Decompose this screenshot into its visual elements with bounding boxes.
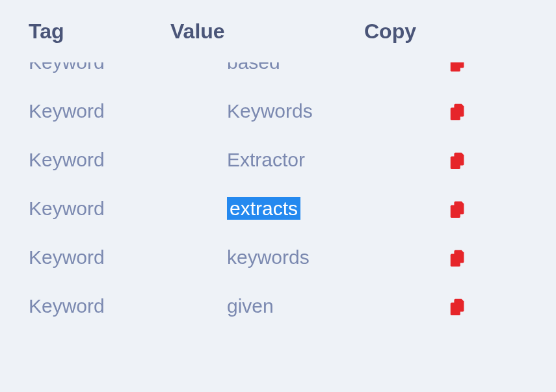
cell-tag: Keyword [29,246,227,268]
table-scroll-area[interactable]: KeywordbasedKeywordKeywordsKeywordExtrac… [0,62,533,346]
cell-copy [448,199,468,218]
copy-icon[interactable] [448,296,468,316]
cell-value[interactable]: extracts [227,198,448,220]
copy-icon[interactable] [448,62,468,72]
cell-tag: Keyword [29,344,227,347]
cell-copy [448,150,468,170]
cell-value[interactable]: given [227,295,448,317]
cell-copy [448,345,468,347]
cell-copy [448,62,468,72]
cell-tag: Keyword [29,62,227,73]
header-tag: Tag [29,20,170,44]
table-row: Keywordtext [0,330,533,346]
table-header: Tag Value Copy [0,0,556,57]
cell-value[interactable]: based [227,62,448,73]
cell-copy [448,248,468,267]
copy-icon[interactable] [448,101,468,121]
table-row: Keywordgiven [0,281,533,330]
copy-icon[interactable] [448,345,468,347]
table-row: KeywordKeywords [0,86,533,135]
cell-tag: Keyword [29,295,227,317]
copy-icon[interactable] [448,150,468,170]
cell-value[interactable]: Extractor [227,149,448,171]
table-row: Keywordkeywords [0,233,533,281]
cell-value[interactable]: text [227,344,448,347]
cell-tag: Keyword [29,149,227,171]
cell-tag: Keyword [29,198,227,220]
table-row: Keywordbased [0,62,533,86]
copy-icon[interactable] [448,248,468,267]
cell-value[interactable]: keywords [227,246,448,268]
cell-copy [448,296,468,316]
header-copy: Copy [364,20,416,44]
header-value: Value [170,20,364,44]
cell-copy [448,101,468,121]
table-row: Keywordextracts [0,184,533,233]
cell-value[interactable]: Keywords [227,100,448,122]
table-row: KeywordExtractor [0,135,533,184]
cell-tag: Keyword [29,100,227,122]
copy-icon[interactable] [448,199,468,218]
